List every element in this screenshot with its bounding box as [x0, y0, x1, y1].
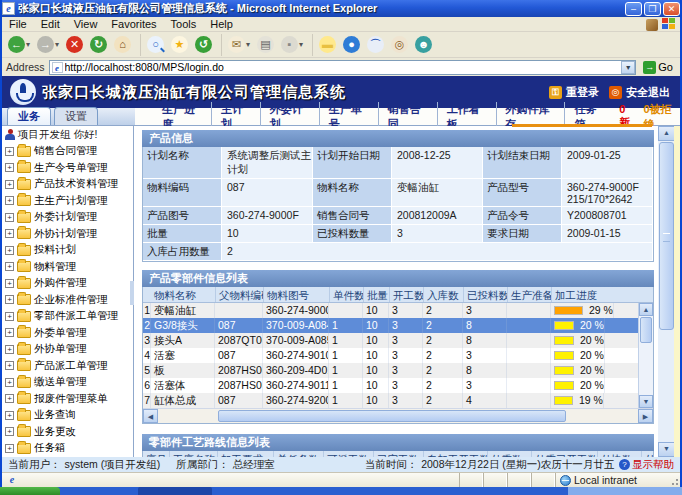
接头A[interactable]: 3 接头A 2087QT002 370-009-A0850 1 10 3 2 8…: [143, 333, 653, 348]
notes-button[interactable]: ▬: [312, 34, 338, 56]
scroll-thumb[interactable]: [640, 317, 652, 343]
sidebar-item[interactable]: 缴送单管理: [5, 374, 133, 391]
expand-icon[interactable]: [5, 411, 14, 420]
column-header[interactable]: 父物料编码: [215, 287, 263, 302]
taskbar-task-button[interactable]: [138, 487, 212, 495]
expand-icon[interactable]: [5, 361, 14, 370]
parts-vertical-scrollbar[interactable]: ▲ ▼: [638, 303, 653, 408]
menu-item[interactable]: Edit: [34, 18, 67, 30]
close-button[interactable]: ✕: [663, 2, 680, 16]
sidebar-item[interactable]: 外委单管理: [5, 325, 133, 342]
address-input[interactable]: [65, 61, 622, 73]
expand-icon[interactable]: [5, 378, 14, 387]
expand-icon[interactable]: [5, 147, 14, 156]
menu-item[interactable]: File: [2, 18, 34, 30]
sidebar-item[interactable]: 企业标准件管理: [5, 292, 133, 309]
活塞[interactable]: 4 活塞 087 360-274-9010F 1 10 3 2 3 20 %: [143, 348, 653, 363]
print-button[interactable]: ▤: [255, 34, 276, 56]
scroll-up-icon[interactable]: ▲: [658, 126, 675, 141]
sidebar-item[interactable]: 产品技术资料管理: [5, 176, 133, 193]
sidebar-item[interactable]: 业务更改: [5, 424, 133, 441]
stop-button[interactable]: ✕: [64, 34, 85, 56]
browser-addon-icon[interactable]: [646, 19, 658, 31]
address-field[interactable]: e ▼: [49, 60, 637, 75]
expand-icon[interactable]: [5, 246, 14, 255]
sidebar-item[interactable]: 报废件管理菜单: [5, 391, 133, 408]
expand-icon[interactable]: [5, 213, 14, 222]
scroll-down-icon[interactable]: ▼: [658, 442, 675, 457]
sidebar-item[interactable]: 外协计划管理: [5, 226, 133, 243]
sidebar-splitter[interactable]: [130, 281, 134, 305]
expand-icon[interactable]: [5, 427, 14, 436]
research-button[interactable]: ◎: [389, 34, 410, 56]
expand-icon[interactable]: [5, 394, 14, 403]
column-header[interactable]: 开工数: [389, 287, 423, 302]
history-button[interactable]: ↺: [193, 34, 214, 56]
expand-icon[interactable]: [5, 279, 14, 288]
start-button[interactable]: [0, 487, 60, 495]
expand-icon[interactable]: [5, 345, 14, 354]
web-button[interactable]: ●: [341, 34, 362, 56]
scroll-down-icon[interactable]: ▼: [639, 395, 653, 408]
column-header[interactable]: 入库数: [423, 287, 463, 302]
sidebar-item[interactable]: 物料管理: [5, 259, 133, 276]
tab[interactable]: 业务: [7, 107, 51, 125]
media-button[interactable]: ⌒: [365, 34, 386, 56]
G3/8接头[interactable]: 2 G3/8接头 087 370-009-A0840 1 10 3 2 8 20…: [143, 318, 653, 333]
sidebar-item[interactable]: 外委计划管理: [5, 209, 133, 226]
relogin-button[interactable]: ⚿ 重登录: [549, 85, 599, 100]
sidebar-item[interactable]: 零部件派工单管理: [5, 308, 133, 325]
column-header[interactable]: 批量: [363, 287, 389, 302]
go-button[interactable]: → Go: [640, 59, 676, 75]
sidebar-item[interactable]: 外协单管理: [5, 341, 133, 358]
logout-button[interactable]: ◎ 安全退出: [609, 85, 670, 100]
address-dropdown-button[interactable]: ▼: [621, 61, 635, 74]
sidebar-item[interactable]: 任务箱: [5, 440, 133, 457]
tab[interactable]: 设置: [54, 107, 98, 125]
expand-icon[interactable]: [5, 229, 14, 238]
edit-button[interactable]: ▪: [279, 34, 305, 56]
mail-button[interactable]: ✉: [221, 34, 252, 56]
sidebar-item[interactable]: 产品派工单管理: [5, 358, 133, 375]
favorites-button[interactable]: ★: [169, 34, 190, 56]
sidebar-item[interactable]: 生产令号单管理: [5, 160, 133, 177]
expand-icon[interactable]: [5, 295, 14, 304]
scroll-left-icon[interactable]: ◀: [143, 409, 158, 423]
menu-item[interactable]: Favorites: [104, 18, 163, 30]
column-header[interactable]: 生产准备: [507, 287, 551, 302]
column-header[interactable]: 加工进度: [551, 287, 623, 302]
page-vertical-scrollbar[interactable]: ▲ ▼: [658, 126, 675, 457]
minimize-button[interactable]: –: [625, 2, 642, 16]
scroll-thumb[interactable]: [659, 142, 674, 330]
column-header[interactable]: 物料图号: [263, 287, 329, 302]
scroll-right-icon[interactable]: ▶: [638, 409, 653, 423]
expand-icon[interactable]: [5, 196, 14, 205]
缸体总成[interactable]: 7 缸体总成 087 360-274-9200F 1 10 3 2 4 19 %: [143, 393, 653, 408]
column-header[interactable]: 物料名称: [151, 287, 215, 302]
refresh-button[interactable]: ↻: [88, 34, 109, 56]
expand-icon[interactable]: [5, 180, 14, 189]
活塞体[interactable]: 6 活塞体 2087HS002 360-274-9011W 1 10 3 2 3…: [143, 378, 653, 393]
parts-horizontal-scrollbar[interactable]: ◀ ▶: [143, 408, 653, 423]
forward-button[interactable]: →: [35, 34, 61, 56]
sidebar-item[interactable]: 销售合同管理: [5, 143, 133, 160]
menu-item[interactable]: View: [67, 18, 105, 30]
sidebar-item[interactable]: 主生产计划管理: [5, 193, 133, 210]
back-button[interactable]: ←: [6, 34, 32, 56]
expand-icon[interactable]: [5, 163, 14, 172]
maximize-button[interactable]: ❐: [644, 2, 661, 16]
search-button[interactable]: ○: [140, 34, 166, 56]
home-button[interactable]: ⌂: [112, 34, 133, 56]
expand-icon[interactable]: [5, 262, 14, 271]
expand-icon[interactable]: [5, 328, 14, 337]
板[interactable]: 5 板 2087HS002 360-209-4D010 1 10 3 2 8 2…: [143, 363, 653, 378]
column-header[interactable]: 已投料数: [463, 287, 507, 302]
column-header[interactable]: 单件数量: [329, 287, 363, 302]
expand-icon[interactable]: [5, 312, 14, 321]
menu-item[interactable]: Help: [203, 18, 240, 30]
show-help-link[interactable]: 显示帮助: [619, 458, 674, 472]
expand-icon[interactable]: [5, 444, 14, 453]
scroll-thumb[interactable]: [218, 410, 566, 422]
sidebar-item[interactable]: 外购件管理: [5, 275, 133, 292]
变幅油缸[interactable]: 1 变幅油缸 360-274-9000F 10 3 2 3 29 %: [143, 303, 653, 318]
